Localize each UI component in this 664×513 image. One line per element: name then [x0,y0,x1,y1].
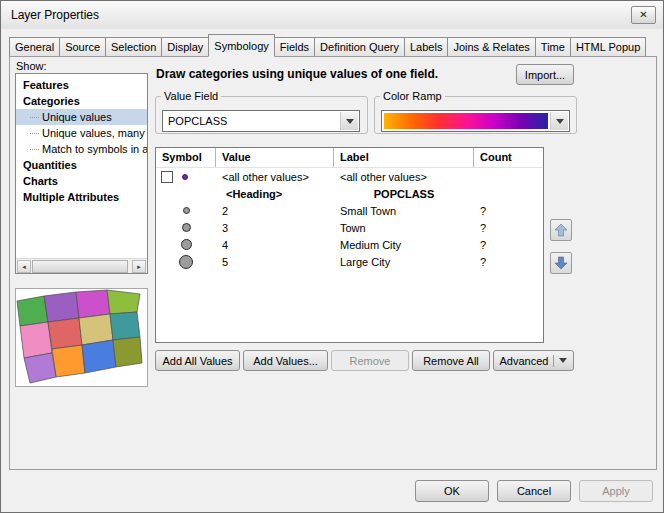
symbol-cell[interactable] [156,171,216,183]
symbol-cell[interactable] [156,207,216,214]
add-all-values-button[interactable]: Add All Values [155,350,240,371]
header-symbol[interactable]: Symbol [156,148,216,167]
show-item-quantities[interactable]: Quantities [16,157,147,173]
import-button[interactable]: Import... [516,64,574,85]
advanced-button-label: Advanced [500,355,549,367]
advanced-button[interactable]: Advanced [493,350,574,371]
scroll-right-icon[interactable]: ▸ [132,260,146,273]
scrollbar-thumb[interactable] [32,260,128,273]
close-icon: ✕ [639,9,647,20]
point-symbol-icon [183,207,190,214]
point-symbol-icon [179,255,193,269]
add-values-button[interactable]: Add Values... [243,350,328,371]
label-cell[interactable]: Town [334,222,474,234]
value-cell[interactable]: <Heading> [216,188,334,200]
header-value[interactable]: Value [216,148,334,167]
scroll-left-icon[interactable]: ◂ [17,260,31,273]
header-count[interactable]: Count [474,148,543,167]
point-symbol-icon [182,174,188,180]
remove-button: Remove [331,350,409,371]
table-row-all-other[interactable]: <all other values> <all other values> [156,168,543,185]
symbol-cell[interactable] [156,223,216,232]
value-field-group: Value Field POPCLASS [155,90,368,134]
label-cell[interactable]: POPCLASS [334,188,474,200]
value-field-selected: POPCLASS [168,115,227,127]
count-cell: ? [474,205,543,217]
label-cell[interactable]: Large City [334,256,474,268]
value-cell[interactable]: <all other values> [216,171,334,183]
value-cell[interactable]: 5 [216,256,334,268]
symbol-cell[interactable] [156,255,216,269]
chevron-down-icon[interactable] [340,112,358,130]
layer-properties-dialog: Layer Properties ✕ General Source Select… [0,0,664,513]
tab-time[interactable]: Time [535,37,571,57]
move-down-button[interactable] [550,252,572,274]
label-cell[interactable]: Small Town [334,205,474,217]
symbol-cell[interactable] [156,239,216,250]
value-cell[interactable]: 4 [216,239,334,251]
tab-symbology[interactable]: Symbology [208,34,274,57]
divider [553,355,554,367]
apply-button: Apply [579,480,653,502]
header-label[interactable]: Label [334,148,474,167]
color-ramp-combobox[interactable] [381,110,570,132]
tree-horizontal-scrollbar[interactable]: ◂ ▸ [16,258,147,273]
ok-button[interactable]: OK [415,480,489,502]
remove-all-button[interactable]: Remove All [412,350,490,371]
chevron-down-icon [559,358,567,363]
count-cell: ? [474,239,543,251]
count-cell: ? [474,222,543,234]
table-row-class-3[interactable]: 3 Town ? [156,219,543,236]
show-tree: Features Categories Unique values Unique… [15,73,148,274]
arrow-down-icon [554,256,568,270]
value-cell[interactable]: 2 [216,205,334,217]
cancel-button[interactable]: Cancel [497,480,571,502]
table-row-class-4[interactable]: 4 Medium City ? [156,236,543,253]
window-title: Layer Properties [11,8,99,22]
show-item-unique-values[interactable]: Unique values [16,109,147,125]
show-item-charts[interactable]: Charts [16,173,147,189]
tab-general[interactable]: General [9,37,60,57]
all-other-values-checkbox[interactable] [161,171,173,183]
table-row-class-5[interactable]: 5 Large City ? [156,253,543,270]
title-bar: Layer Properties ✕ [1,1,663,29]
show-label: Show: [16,60,47,72]
tab-definition-query[interactable]: Definition Query [314,37,405,57]
symbology-tab-page: Show: Features Categories Unique values … [9,56,657,470]
unique-values-table: Symbol Value Label Count <all other valu… [155,147,544,343]
tab-selection[interactable]: Selection [105,37,162,57]
color-ramp-label: Color Ramp [380,90,445,102]
tab-joins-relates[interactable]: Joins & Relates [447,37,535,57]
value-field-label: Value Field [161,90,221,102]
color-ramp-gradient [384,113,548,129]
page-heading: Draw categories using unique values of o… [156,67,438,81]
chevron-down-icon[interactable] [550,112,568,130]
tab-source[interactable]: Source [59,37,106,57]
show-item-match-symbols[interactable]: Match to symbols in a [16,141,147,157]
tab-html-popup[interactable]: HTML Popup [570,37,646,57]
count-cell: ? [474,256,543,268]
tab-labels[interactable]: Labels [404,37,448,57]
table-row-heading[interactable]: <Heading> POPCLASS [156,185,543,202]
value-cell[interactable]: 3 [216,222,334,234]
table-row-class-2[interactable]: 2 Small Town ? [156,202,543,219]
show-item-unique-values-many[interactable]: Unique values, many [16,125,147,141]
tab-strip: General Source Selection Display Symbolo… [9,34,645,57]
point-symbol-icon [182,223,191,232]
point-symbol-icon [181,239,192,250]
map-preview [15,288,148,387]
tab-display[interactable]: Display [161,37,209,57]
label-cell[interactable]: <all other values> [334,171,474,183]
color-ramp-group: Color Ramp [374,90,577,134]
arrow-up-icon [554,223,568,237]
label-cell[interactable]: Medium City [334,239,474,251]
tab-fields[interactable]: Fields [274,37,315,57]
show-item-multiple-attributes[interactable]: Multiple Attributes [16,189,147,205]
table-header-row: Symbol Value Label Count [156,148,543,168]
show-item-categories[interactable]: Categories [16,93,147,109]
show-item-features[interactable]: Features [16,77,147,93]
value-field-combobox[interactable]: POPCLASS [162,110,360,132]
move-up-button[interactable] [550,219,572,241]
close-button[interactable]: ✕ [631,6,656,24]
